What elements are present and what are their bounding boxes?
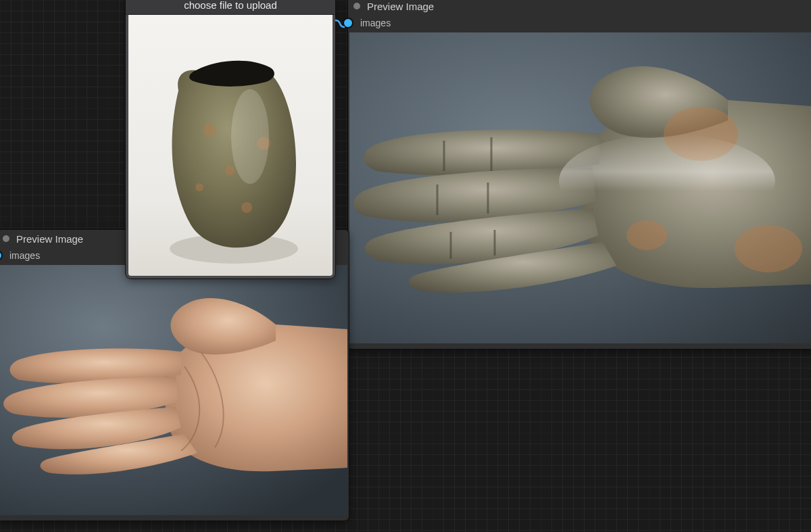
node-header[interactable]: Preview Image	[0, 230, 138, 247]
uploaded-image-thumbnail[interactable]	[126, 15, 335, 279]
svg-point-4	[559, 134, 775, 228]
choose-file-label: choose file to upload	[184, 0, 277, 11]
preview-image-area	[0, 265, 347, 515]
port-dot-icon[interactable]	[0, 251, 1, 260]
node-header[interactable]: Preview Image	[348, 0, 811, 15]
svg-point-9	[225, 166, 235, 175]
svg-point-11	[241, 202, 252, 213]
node-graph-canvas[interactable]: Preview Image images	[0, 0, 811, 532]
status-dot-icon	[3, 235, 9, 242]
choose-file-button[interactable]: choose file to upload	[126, 0, 335, 15]
preview-image-ceramic-hand	[349, 32, 811, 343]
svg-point-12	[195, 183, 203, 191]
port-label: images	[9, 250, 40, 261]
wire-upload-to-preview	[335, 20, 345, 27]
svg-point-2	[735, 225, 802, 272]
preview-image-human-hand	[0, 265, 347, 515]
svg-point-13	[231, 89, 269, 184]
svg-point-8	[203, 124, 216, 136]
status-dot-icon	[353, 3, 360, 9]
preview-image-node-large[interactable]: Preview Image images	[348, 0, 811, 349]
port-label: images	[360, 18, 391, 28]
node-title: Preview Image	[367, 1, 434, 12]
preview-image-area	[349, 32, 811, 343]
input-port-images[interactable]: images	[348, 15, 811, 31]
load-image-node[interactable]: choose file to upload	[126, 0, 335, 279]
thumbnail-vase	[128, 15, 333, 276]
port-dot-icon[interactable]	[344, 19, 352, 27]
node-title: Preview Image	[16, 233, 83, 245]
